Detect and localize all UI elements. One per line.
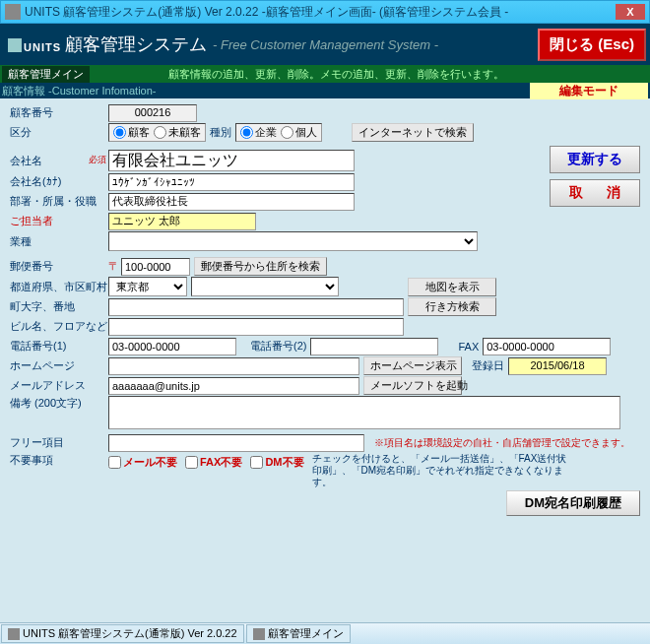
mail-field[interactable] (108, 377, 359, 395)
tel2-label: 電話番号(2) (250, 339, 306, 354)
kubun-noncustomer[interactable]: 未顧客 (154, 125, 201, 140)
memo-label: 備考 (200文字) (10, 396, 108, 411)
internet-search-button[interactable]: インターネットで検索 (352, 123, 474, 142)
industry-select[interactable] (108, 231, 478, 251)
dept-label: 部署・所属・役職 (10, 194, 108, 209)
brand-logo: UNITS (8, 33, 61, 56)
free-note: ※項目名は環境設定の自社・自店舗管理で設定できます。 (374, 436, 630, 450)
chk-fax[interactable]: FAX不要 (185, 455, 242, 470)
robot-icon (8, 38, 22, 52)
free-label: フリー項目 (10, 435, 108, 450)
fax-field[interactable] (483, 338, 611, 355)
contact-field[interactable] (108, 213, 256, 230)
hp-button[interactable]: ホームページ表示 (363, 356, 462, 375)
app-icon (5, 4, 21, 20)
title-bar: UNITS 顧客管理システム(通常版) Ver 2.0.22 -顧客管理メイン画… (0, 0, 650, 24)
kubun-label: 区分 (10, 125, 108, 140)
tel1-field[interactable] (108, 338, 236, 355)
hp-label: ホームページ (10, 358, 108, 373)
mail-button[interactable]: メールソフトを起動 (363, 376, 462, 395)
section-bar: 顧客情報 -Customer Infomation- 編集モード (0, 83, 650, 98)
cancel-button[interactable]: 取 消 (550, 179, 640, 207)
brand-subtitle: 顧客管理システム (65, 32, 207, 56)
industry-label: 業種 (10, 234, 108, 249)
company-field[interactable] (108, 150, 355, 171)
brand-eng: - Free Customer Management System - (213, 37, 438, 52)
contact-label: ご担当者 (10, 214, 108, 228)
type-individual[interactable]: 個人 (281, 125, 317, 140)
taskbar-item-app[interactable]: UNITS 顧客管理システム(通常版) Ver 2.0.22 (1, 624, 244, 643)
customer-no-field: 000216 (108, 104, 197, 122)
app-icon (8, 628, 20, 640)
app-icon (253, 628, 265, 640)
dm-history-button[interactable]: DM宛名印刷履歴 (506, 490, 640, 516)
hp-field[interactable] (108, 357, 359, 375)
company-kana-field[interactable] (108, 173, 355, 191)
addr2-label: ビル名、フロアなど (10, 319, 108, 334)
pref-select[interactable]: 東京都 (108, 277, 187, 296)
dept-field[interactable] (108, 193, 355, 211)
close-icon[interactable]: X (616, 4, 645, 20)
postal-mark: 〒 (108, 259, 119, 274)
postal-field[interactable] (121, 258, 190, 276)
taskbar: UNITS 顧客管理システム(通常版) Ver 2.0.22 顧客管理メイン (0, 622, 650, 644)
map-button[interactable]: 地図を表示 (408, 278, 496, 296)
app-header: UNITS 顧客管理システム - Free Customer Managemen… (0, 24, 650, 65)
reg-date-field: 2015/06/18 (508, 357, 607, 375)
sub-header: 顧客管理メイン 顧客情報の追加、更新、削除。メモの追加、更新、削除を行います。 (0, 65, 650, 83)
mail-label: メールアドレス (10, 378, 108, 393)
tel2-field[interactable] (310, 338, 438, 355)
free-field[interactable] (108, 434, 364, 452)
window-title: UNITS 顧客管理システム(通常版) Ver 2.0.22 -顧客管理メイン画… (25, 4, 616, 21)
screen-desc: 顧客情報の追加、更新、削除。メモの追加、更新、削除を行います。 (168, 67, 504, 82)
customer-no-label: 顧客番号 (10, 105, 108, 120)
fuyo-label: 不要事項 (10, 453, 108, 468)
close-button[interactable]: 閉じる (Esc) (538, 29, 646, 61)
pref-label: 都道府県、市区町村 (10, 280, 108, 294)
fax-label: FAX (458, 341, 479, 353)
chk-dm[interactable]: DM不要 (250, 455, 303, 470)
type-group: 企業 個人 (235, 123, 322, 142)
postal-search-button[interactable]: 郵便番号から住所を検索 (194, 257, 327, 276)
addr2-field[interactable] (108, 318, 404, 336)
addr1-label: 町大字、番地 (10, 299, 108, 314)
addr1-field[interactable] (108, 298, 404, 316)
update-button[interactable]: 更新する (550, 146, 640, 173)
section-label: 顧客情報 -Customer Infomation- (2, 84, 156, 98)
company-kana-label: 会社名(ｶﾅ) (10, 174, 108, 189)
edit-mode-badge: 編集モード (530, 83, 648, 99)
tel1-label: 電話番号(1) (10, 339, 108, 354)
kubun-group: 顧客 未顧客 (108, 123, 206, 142)
memo-field[interactable] (108, 396, 620, 429)
screen-name: 顧客管理メイン (2, 66, 90, 83)
taskbar-item-main[interactable]: 顧客管理メイン (246, 624, 351, 643)
chk-mail[interactable]: メール不要 (108, 455, 177, 470)
postal-label: 郵便番号 (10, 259, 108, 274)
fuyo-hint: チェックを付けると、「メール一括送信」、「FAX送付状印刷」、「DM宛名印刷」で… (312, 453, 568, 488)
reg-label: 登録日 (472, 358, 504, 373)
type-label: 種別 (210, 125, 231, 140)
type-company[interactable]: 企業 (240, 125, 277, 140)
kubun-customer[interactable]: 顧客 (113, 125, 150, 140)
company-label: 会社名必須 (10, 154, 108, 168)
city-select[interactable] (191, 277, 339, 296)
route-button[interactable]: 行き方検索 (408, 297, 496, 316)
